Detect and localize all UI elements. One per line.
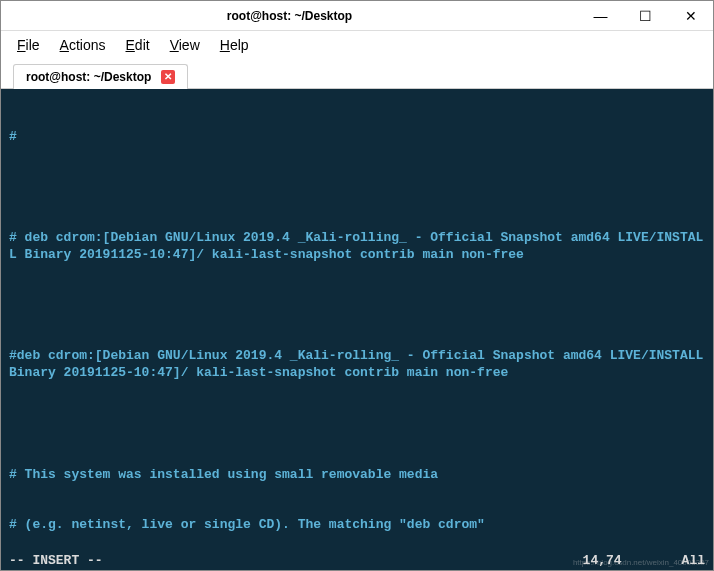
vim-mode: -- INSERT -- bbox=[9, 553, 583, 570]
menu-file[interactable]: File bbox=[17, 37, 40, 53]
titlebar: root@host: ~/Desktop — ☐ ✕ bbox=[1, 1, 713, 31]
tab-terminal[interactable]: root@host: ~/Desktop ✕ bbox=[13, 64, 188, 89]
minimize-button[interactable]: — bbox=[578, 1, 623, 30]
terminal-window: root@host: ~/Desktop — ☐ ✕ File Actions … bbox=[0, 0, 714, 571]
text-line: # deb cdrom:[Debian GNU/Linux 2019.4 _Ka… bbox=[9, 230, 705, 264]
menu-edit[interactable]: Edit bbox=[126, 37, 150, 53]
text-line: # (e.g. netinst, live or single CD). The… bbox=[9, 517, 705, 534]
menu-help[interactable]: Help bbox=[220, 37, 249, 53]
menu-actions[interactable]: Actions bbox=[60, 37, 106, 53]
maximize-button[interactable]: ☐ bbox=[623, 1, 668, 30]
text-line: # This system was installed using small … bbox=[9, 467, 705, 484]
text-line bbox=[9, 179, 705, 196]
text-line bbox=[9, 416, 705, 433]
text-line: # bbox=[9, 129, 705, 146]
text-line: #deb cdrom:[Debian GNU/Linux 2019.4 _Kal… bbox=[9, 348, 705, 382]
menubar: File Actions Edit View Help bbox=[1, 31, 713, 59]
close-button[interactable]: ✕ bbox=[668, 1, 713, 30]
terminal-viewport[interactable]: # # deb cdrom:[Debian GNU/Linux 2019.4 _… bbox=[1, 89, 713, 570]
watermark: https://blog.csdn.net/weixin_40503337 bbox=[573, 558, 709, 568]
tab-label: root@host: ~/Desktop bbox=[26, 70, 151, 84]
window-controls: — ☐ ✕ bbox=[578, 1, 713, 30]
text-line bbox=[9, 298, 705, 315]
window-title: root@host: ~/Desktop bbox=[1, 9, 578, 23]
tabbar: root@host: ~/Desktop ✕ bbox=[1, 59, 713, 89]
tab-close-icon[interactable]: ✕ bbox=[161, 70, 175, 84]
menu-view[interactable]: View bbox=[170, 37, 200, 53]
